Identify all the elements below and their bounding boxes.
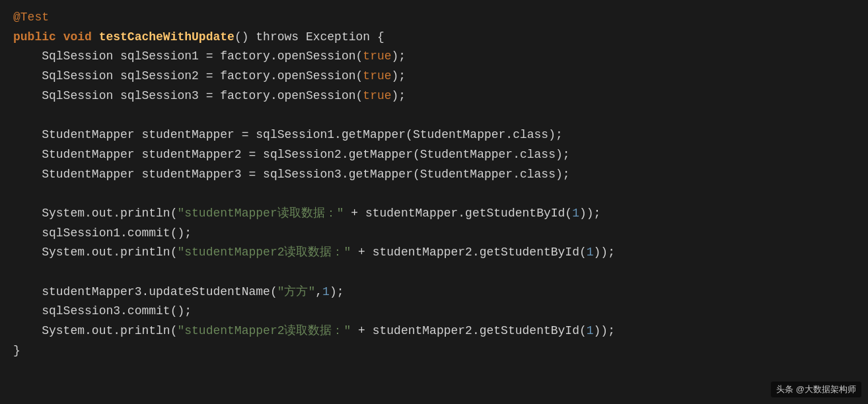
- code-content: @Testpublic void testCacheWithUpdate() t…: [13, 8, 855, 360]
- line-mapper2: StudentMapper studentMapper2 = sqlSessio…: [13, 145, 855, 165]
- line-blank3: [13, 263, 855, 283]
- line-mapper3: StudentMapper studentMapper3 = sqlSessio…: [13, 165, 855, 185]
- line-print2: System.out.println("studentMapper2读取数据："…: [13, 243, 855, 263]
- line-sql2: SqlSession sqlSession2 = factory.openSes…: [13, 67, 855, 86]
- line-commit1: sqlSession1.commit();: [13, 224, 855, 244]
- line-sql3: SqlSession sqlSession3 = factory.openSes…: [13, 86, 855, 106]
- watermark: 头条 @大数据架构师: [771, 382, 861, 397]
- code-block: @Testpublic void testCacheWithUpdate() t…: [0, 0, 868, 404]
- line-blank2: [13, 184, 855, 204]
- line-commit3: sqlSession3.commit();: [13, 302, 855, 321]
- line-annotation: @Test: [13, 8, 855, 28]
- line-sql1: SqlSession sqlSession1 = factory.openSes…: [13, 47, 855, 67]
- line-update: studentMapper3.updateStudentName("方方",1)…: [13, 283, 855, 302]
- line-close: }: [13, 341, 855, 361]
- line-print1: System.out.println("studentMapper读取数据：" …: [13, 204, 855, 224]
- line-blank1: [13, 106, 855, 125]
- line-method-sig: public void testCacheWithUpdate() throws…: [13, 28, 855, 48]
- line-mapper1: StudentMapper studentMapper = sqlSession…: [13, 125, 855, 145]
- line-print3: System.out.println("studentMapper2读取数据："…: [13, 321, 855, 341]
